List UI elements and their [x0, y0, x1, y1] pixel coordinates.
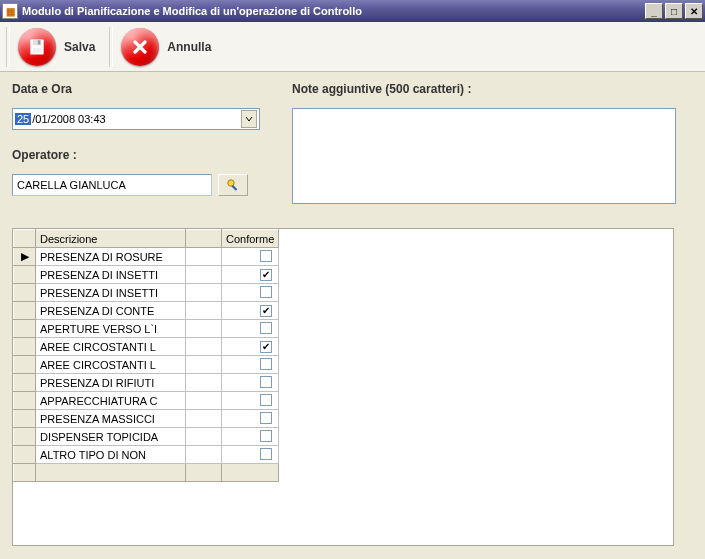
cell-desc[interactable]: APPARECCHIATURA C: [36, 392, 186, 410]
svg-rect-2: [38, 40, 41, 44]
cell-desc[interactable]: PRESENZA DI RIFIUTI: [36, 374, 186, 392]
cell-blank[interactable]: [186, 446, 222, 464]
cell-conforme[interactable]: [222, 320, 279, 338]
row-header[interactable]: ▶: [14, 248, 36, 266]
maximize-button[interactable]: □: [665, 3, 683, 19]
cell-blank[interactable]: [186, 320, 222, 338]
cell-blank[interactable]: [186, 374, 222, 392]
window-title: Modulo di Pianificazione e Modifica di u…: [22, 5, 645, 17]
row-header[interactable]: [14, 338, 36, 356]
checkbox[interactable]: [260, 286, 272, 298]
table-row[interactable]: PRESENZA DI CONTE✔: [14, 302, 279, 320]
cell-conforme[interactable]: [222, 356, 279, 374]
notes-field[interactable]: [292, 108, 676, 204]
minimize-button[interactable]: _: [645, 3, 663, 19]
date-label: Data e Ora: [12, 82, 272, 96]
cell-blank[interactable]: [186, 338, 222, 356]
cell-blank[interactable]: [186, 248, 222, 266]
row-header[interactable]: [14, 446, 36, 464]
checkbox[interactable]: [260, 250, 272, 262]
table-row-empty: [14, 464, 279, 482]
row-header[interactable]: [14, 356, 36, 374]
save-label: Salva: [64, 40, 95, 54]
cell-conforme[interactable]: [222, 374, 279, 392]
save-button[interactable]: Salva: [16, 26, 103, 68]
date-field[interactable]: 25/01/2008 03:43: [12, 108, 260, 130]
cell-desc[interactable]: PRESENZA DI ROSURE: [36, 248, 186, 266]
svg-rect-5: [232, 185, 238, 191]
cell-blank[interactable]: [186, 302, 222, 320]
table-row[interactable]: PRESENZA MASSICCI: [14, 410, 279, 428]
row-header[interactable]: [14, 284, 36, 302]
cell-desc[interactable]: AREE CIRCOSTANTI L: [36, 356, 186, 374]
checkbox[interactable]: [260, 412, 272, 424]
table-row[interactable]: PRESENZA DI INSETTI: [14, 284, 279, 302]
cell-conforme[interactable]: [222, 284, 279, 302]
row-header[interactable]: [14, 302, 36, 320]
toolbar-separator: [109, 27, 113, 67]
table-row[interactable]: PRESENZA DI INSETTI✔: [14, 266, 279, 284]
checkbox[interactable]: ✔: [260, 341, 272, 353]
col-header-desc[interactable]: Descrizione: [36, 230, 186, 248]
cell-blank[interactable]: [186, 392, 222, 410]
checkbox[interactable]: [260, 358, 272, 370]
table-row[interactable]: AREE CIRCOSTANTI L: [14, 356, 279, 374]
toolbar-separator: [6, 27, 10, 67]
checkbox[interactable]: [260, 376, 272, 388]
cell-blank[interactable]: [186, 266, 222, 284]
operator-lookup-button[interactable]: [218, 174, 248, 196]
key-icon: [225, 177, 241, 193]
checkbox[interactable]: [260, 394, 272, 406]
cell-conforme[interactable]: ✔: [222, 338, 279, 356]
row-header[interactable]: [14, 392, 36, 410]
row-header[interactable]: [14, 320, 36, 338]
checkbox[interactable]: [260, 322, 272, 334]
table-row[interactable]: APPARECCHIATURA C: [14, 392, 279, 410]
cell-desc[interactable]: PRESENZA DI INSETTI: [36, 284, 186, 302]
table-row[interactable]: ▶PRESENZA DI ROSURE: [14, 248, 279, 266]
checkbox[interactable]: ✔: [260, 269, 272, 281]
cell-conforme[interactable]: [222, 248, 279, 266]
checkbox[interactable]: [260, 448, 272, 460]
cell-conforme[interactable]: [222, 392, 279, 410]
cell-blank[interactable]: [186, 284, 222, 302]
date-rest: /01/2008 03:43: [31, 113, 106, 125]
checkbox[interactable]: [260, 430, 272, 442]
checkbox[interactable]: ✔: [260, 305, 272, 317]
app-icon: ▦: [2, 3, 18, 19]
col-header-blank[interactable]: [186, 230, 222, 248]
table-row[interactable]: PRESENZA DI RIFIUTI: [14, 374, 279, 392]
row-header[interactable]: [14, 266, 36, 284]
operator-field[interactable]: [12, 174, 212, 196]
close-button[interactable]: ✕: [685, 3, 703, 19]
row-header[interactable]: [14, 428, 36, 446]
cell-conforme[interactable]: [222, 410, 279, 428]
cell-conforme[interactable]: [222, 446, 279, 464]
cell-desc[interactable]: PRESENZA DI INSETTI: [36, 266, 186, 284]
cell-desc[interactable]: ALTRO TIPO DI NON: [36, 446, 186, 464]
cell-desc[interactable]: PRESENZA DI CONTE: [36, 302, 186, 320]
cancel-button[interactable]: Annulla: [119, 26, 219, 68]
col-header-conforme[interactable]: Conforme: [222, 230, 279, 248]
save-icon: [18, 28, 56, 66]
cell-conforme[interactable]: [222, 428, 279, 446]
cell-conforme[interactable]: ✔: [222, 302, 279, 320]
cancel-icon: [121, 28, 159, 66]
date-dropdown-button[interactable]: [241, 110, 257, 128]
table-row[interactable]: DISPENSER TOPICIDA: [14, 428, 279, 446]
row-header[interactable]: [14, 374, 36, 392]
cell-blank[interactable]: [186, 428, 222, 446]
cell-blank[interactable]: [186, 410, 222, 428]
cell-desc[interactable]: PRESENZA MASSICCI: [36, 410, 186, 428]
cell-desc[interactable]: AREE CIRCOSTANTI L: [36, 338, 186, 356]
cell-conforme[interactable]: ✔: [222, 266, 279, 284]
grid-corner[interactable]: [14, 230, 36, 248]
cell-desc[interactable]: APERTURE VERSO L`I: [36, 320, 186, 338]
cell-desc[interactable]: DISPENSER TOPICIDA: [36, 428, 186, 446]
table-row[interactable]: ALTRO TIPO DI NON: [14, 446, 279, 464]
row-header[interactable]: [14, 410, 36, 428]
table-row[interactable]: APERTURE VERSO L`I: [14, 320, 279, 338]
cell-blank[interactable]: [186, 356, 222, 374]
date-selected-part: 25: [15, 113, 31, 125]
table-row[interactable]: AREE CIRCOSTANTI L✔: [14, 338, 279, 356]
